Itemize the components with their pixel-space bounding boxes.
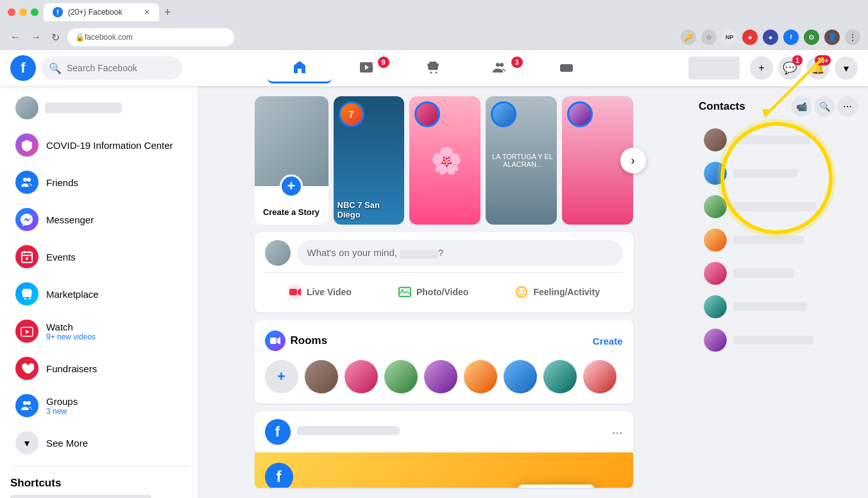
- rooms-create-button[interactable]: Create: [593, 336, 623, 347]
- sidebar-watch-label: Watch: [46, 322, 96, 332]
- search-bar[interactable]: 🔍: [41, 56, 182, 80]
- account-menu-button[interactable]: ▾: [835, 56, 858, 80]
- post-options-button[interactable]: ···: [612, 425, 623, 440]
- address-bar[interactable]: 🔒 facebook.com: [67, 28, 234, 46]
- window-controls: [8, 8, 38, 16]
- profile-np-icon[interactable]: NP: [722, 30, 737, 45]
- nav-marketplace[interactable]: [401, 53, 465, 83]
- main-content: COVID-19 Information Center Friends Mess…: [0, 86, 868, 498]
- photo-video-label: Photo/Video: [416, 287, 468, 297]
- composer-placeholder: What's on your mind, ?: [307, 247, 444, 258]
- ext1-icon[interactable]: ●: [742, 30, 758, 45]
- sidebar-fundraisers-label: Fundraisers: [46, 363, 97, 374]
- stories-next-button[interactable]: ›: [620, 148, 646, 173]
- post-author-avatar: f: [265, 419, 291, 445]
- contact-item-4[interactable]: [699, 225, 858, 255]
- contacts-options-icon[interactable]: ⋯: [837, 96, 858, 117]
- messenger-button[interactable]: 💬 1: [778, 56, 801, 80]
- contact-6-name: [733, 302, 807, 311]
- sidebar-profile-link[interactable]: [5, 91, 193, 125]
- feeling-button[interactable]: Feeling/Activity: [504, 279, 609, 305]
- sidebar-item-marketplace[interactable]: Marketplace: [5, 276, 193, 312]
- forward-button[interactable]: →: [28, 29, 44, 46]
- ext2-icon[interactable]: ●: [763, 30, 778, 45]
- room-user-1-avatar: [305, 360, 338, 393]
- room-user-2-avatar: [345, 360, 378, 393]
- sidebar-item-groups[interactable]: Groups 3 new: [5, 388, 193, 424]
- back-button[interactable]: ←: [8, 29, 23, 46]
- contacts-search-icon[interactable]: 🔍: [814, 96, 835, 117]
- browser-nav: ← → ↻ 🔒 facebook.com 🔑 ☆ NP ● ● f ⚙ 👤 ⋮: [0, 24, 868, 50]
- nav-home[interactable]: [268, 53, 332, 83]
- contact-item-1[interactable]: [699, 125, 858, 155]
- notifications-button[interactable]: 🔔 20+: [806, 56, 830, 80]
- sidebar-watch-sub: 9+ new videos: [46, 332, 96, 341]
- shortcuts-placeholder: [10, 495, 151, 498]
- bookmark-icon[interactable]: ☆: [701, 30, 717, 45]
- composer-input[interactable]: What's on your mind, ?: [297, 240, 623, 266]
- sidebar-item-watch[interactable]: Watch 9+ new videos: [5, 313, 193, 349]
- room-avatar-1[interactable]: [305, 360, 338, 393]
- story-4[interactable]: LA TORTUGA Y EL ALACRAN...: [486, 96, 557, 225]
- room-avatar-2[interactable]: [345, 360, 378, 393]
- sidebar-groups-sub: 3 new: [46, 407, 78, 416]
- room-avatar-5[interactable]: [464, 360, 497, 393]
- create-story-card[interactable]: + Create a Story: [255, 96, 328, 225]
- room-avatar-8[interactable]: [583, 360, 617, 393]
- contact-1-name: [733, 135, 810, 144]
- svg-marker-18: [298, 288, 301, 296]
- ext3-icon[interactable]: f: [783, 30, 799, 45]
- create-button[interactable]: +: [750, 56, 773, 80]
- sidebar-item-friends[interactable]: Friends: [5, 164, 193, 200]
- story-3[interactable]: 🌸: [409, 96, 481, 225]
- facebook-logo[interactable]: f: [10, 55, 36, 81]
- contact-item-3[interactable]: [699, 191, 858, 222]
- sidebar-user-avatar: [15, 96, 38, 119]
- sidebar-item-events[interactable]: Events: [5, 239, 193, 275]
- contact-item-6[interactable]: [699, 291, 858, 322]
- contacts-video-icon[interactable]: 📹: [791, 96, 812, 117]
- room-avatar-6[interactable]: [504, 360, 537, 393]
- new-tab-button[interactable]: +: [164, 6, 171, 19]
- see-more-icon: ▾: [15, 431, 38, 454]
- minimize-dot[interactable]: [19, 8, 27, 16]
- nav-groups[interactable]: 3: [468, 53, 532, 83]
- contact-4-name: [733, 236, 804, 245]
- room-avatar-7[interactable]: [543, 360, 577, 393]
- story-3-avatar: [414, 101, 440, 127]
- sidebar-item-fundraisers[interactable]: Fundraisers: [5, 350, 193, 386]
- browser-menu[interactable]: ⋮: [845, 30, 860, 45]
- tab-close-button[interactable]: ✕: [144, 8, 150, 17]
- contact-item-5[interactable]: [699, 258, 858, 289]
- refresh-button[interactable]: ↻: [49, 29, 62, 46]
- key-icon[interactable]: 🔑: [681, 30, 696, 45]
- rooms-add-button[interactable]: +: [265, 360, 298, 393]
- nav-watch[interactable]: 9: [334, 53, 398, 83]
- see-more-button[interactable]: ▾ See More: [5, 425, 193, 461]
- contact-item-2[interactable]: [699, 158, 858, 189]
- chevron-down-icon: ▾: [844, 62, 849, 74]
- svg-point-8: [27, 178, 31, 182]
- events-icon: [15, 245, 38, 268]
- rooms-avatars: +: [265, 360, 623, 393]
- svg-point-3: [435, 71, 437, 73]
- close-dot[interactable]: [8, 8, 15, 16]
- room-avatar-4[interactable]: [424, 360, 457, 393]
- live-video-button[interactable]: Live Video: [277, 279, 362, 305]
- sidebar-item-messenger[interactable]: Messenger: [5, 202, 193, 237]
- nav-gaming[interactable]: [534, 53, 599, 83]
- browser-tab[interactable]: f (20+) Facebook ✕: [44, 3, 159, 21]
- maximize-dot[interactable]: [31, 8, 38, 16]
- search-input[interactable]: [67, 63, 174, 73]
- user-avatar-browser[interactable]: 👤: [824, 30, 840, 45]
- watch-badge: 9: [378, 56, 389, 68]
- post-header: f ···: [255, 411, 633, 452]
- ext4-icon[interactable]: ⚙: [804, 30, 819, 45]
- photo-video-button[interactable]: Photo/Video: [387, 279, 479, 305]
- sidebar-groups-label: Groups: [46, 396, 78, 407]
- story-nbc[interactable]: 7 NBC 7 SanDiego: [334, 96, 405, 225]
- room-avatar-3[interactable]: [384, 360, 418, 393]
- sidebar-item-covid[interactable]: COVID-19 Information Center: [5, 127, 193, 163]
- contact-item-7[interactable]: [699, 325, 858, 356]
- svg-marker-25: [277, 337, 280, 345]
